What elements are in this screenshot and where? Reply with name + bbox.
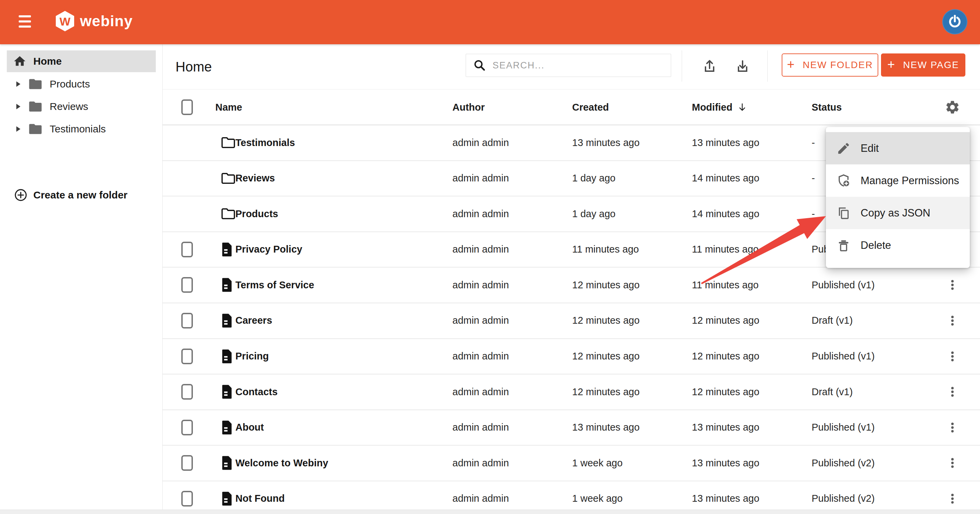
search-input[interactable] (493, 60, 656, 71)
row-name[interactable]: Welcome to Webiny (235, 445, 328, 480)
row-name[interactable]: Careers (235, 303, 272, 338)
column-header-name[interactable]: Name (215, 89, 242, 125)
row-actions-kebab-icon[interactable] (943, 268, 961, 302)
search-icon (473, 59, 487, 72)
folder-icon (28, 100, 43, 113)
select-all-checkbox[interactable] (181, 89, 193, 125)
row-actions-kebab-icon[interactable] (943, 374, 961, 409)
row-name[interactable]: Testimonials (235, 125, 295, 160)
table-row[interactable]: Careers admin admin 12 minutes ago 12 mi… (162, 303, 980, 339)
page-icon (220, 384, 234, 399)
row-type-icon (220, 161, 236, 196)
row-modified: 13 minutes ago (692, 125, 759, 160)
row-name[interactable]: Terms of Service (235, 268, 314, 302)
table-row[interactable]: About admin admin 13 minutes ago 13 minu… (162, 410, 980, 446)
row-name[interactable]: Privacy Policy (235, 232, 302, 267)
row-checkbox[interactable] (181, 242, 193, 257)
row-type-icon (220, 410, 234, 445)
row-author: admin admin (452, 125, 509, 160)
sidebar-item-testimonials[interactable]: Testimonials (7, 118, 156, 140)
table-row[interactable]: Contacts admin admin 12 minutes ago 12 m… (162, 374, 980, 410)
row-created: 1 day ago (572, 196, 615, 231)
svg-text:W: W (59, 15, 71, 28)
row-name[interactable]: Not Found (235, 481, 285, 509)
row-type-icon (220, 481, 234, 509)
row-status: - (811, 125, 815, 160)
row-type-icon (220, 339, 234, 374)
webiny-logo[interactable]: W webiny (56, 10, 133, 32)
row-modified: 11 minutes ago (692, 268, 759, 302)
row-checkbox[interactable] (181, 455, 193, 471)
row-created: 13 minutes ago (572, 125, 640, 160)
sidebar-item-home[interactable]: Home (7, 50, 156, 72)
page-icon (220, 313, 234, 328)
folder-icon (220, 207, 236, 220)
column-header-author[interactable]: Author (452, 89, 485, 125)
row-checkbox[interactable] (181, 491, 193, 506)
hamburger-menu-icon[interactable] (19, 15, 31, 29)
table-row[interactable]: Pricing admin admin 12 minutes ago 12 mi… (162, 339, 980, 375)
column-header-modified[interactable]: Modified (692, 89, 747, 125)
row-author: admin admin (452, 196, 509, 231)
column-header-created[interactable]: Created (572, 89, 609, 125)
row-name[interactable]: Products (235, 196, 278, 231)
row-actions-kebab-icon[interactable] (943, 410, 961, 445)
new-folder-button-label: NEW FOLDER (803, 59, 873, 70)
menu-item-manage-permissions[interactable]: Manage Permissions (826, 164, 970, 197)
sidebar-folder-label: Products (50, 78, 90, 90)
row-type-icon (220, 374, 234, 409)
folder-icon (220, 172, 236, 185)
menu-item-copy-as-json[interactable]: Copy as JSON (826, 197, 970, 229)
row-created: 13 minutes ago (572, 410, 640, 445)
brand-wordmark: webiny (80, 13, 133, 30)
sidebar-folder-label: Reviews (50, 101, 88, 112)
gear-icon (945, 99, 960, 115)
table-row[interactable]: Not Found admin admin 1 week ago 13 minu… (162, 481, 980, 509)
import-upload-button[interactable] (701, 57, 718, 75)
row-name[interactable]: About (235, 410, 264, 445)
sidebar-home-label: Home (33, 56, 62, 67)
row-name[interactable]: Reviews (235, 161, 275, 196)
sidebar-item-products[interactable]: Products (7, 73, 156, 95)
sidebar-item-reviews[interactable]: Reviews (7, 95, 156, 118)
row-checkbox[interactable] (181, 313, 193, 329)
divider (682, 50, 682, 82)
row-author: admin admin (452, 445, 509, 480)
plus-circle-icon (14, 188, 27, 201)
page-icon (220, 242, 234, 257)
row-author: admin admin (452, 268, 509, 302)
row-status: Draft (v1) (811, 303, 853, 338)
row-actions-kebab-icon[interactable] (943, 339, 961, 374)
new-page-button[interactable]: + NEW PAGE (881, 53, 966, 77)
chevron-right-icon[interactable] (16, 126, 21, 132)
menu-item-label: Manage Permissions (861, 175, 959, 187)
row-name[interactable]: Pricing (235, 339, 269, 374)
table-row[interactable]: Terms of Service admin admin 12 minutes … (162, 268, 980, 303)
row-actions-kebab-icon[interactable] (943, 445, 961, 480)
row-name[interactable]: Contacts (235, 374, 278, 409)
row-author: admin admin (452, 410, 509, 445)
row-checkbox[interactable] (181, 420, 193, 435)
row-created: 12 minutes ago (572, 339, 640, 374)
row-checkbox[interactable] (181, 384, 193, 400)
create-new-folder-button[interactable]: Create a new folder (7, 184, 156, 206)
row-actions-kebab-icon[interactable] (943, 481, 961, 509)
row-checkbox[interactable] (181, 348, 193, 364)
chevron-right-icon[interactable] (16, 104, 21, 109)
row-author: admin admin (452, 374, 509, 409)
row-author: admin admin (452, 481, 509, 509)
column-header-status[interactable]: Status (811, 89, 842, 125)
user-avatar[interactable] (942, 9, 967, 34)
chevron-right-icon[interactable] (16, 81, 21, 87)
row-actions-kebab-icon[interactable] (943, 303, 961, 338)
table-row[interactable]: Welcome to Webiny admin admin 1 week ago… (162, 445, 980, 481)
menu-item-delete[interactable]: Delete (826, 229, 970, 262)
main-content: Home (162, 44, 980, 514)
menu-item-edit[interactable]: Edit (826, 132, 970, 164)
row-type-icon (220, 196, 236, 231)
table-settings-button[interactable] (943, 89, 961, 125)
export-download-button[interactable] (734, 57, 751, 75)
new-folder-button[interactable]: + NEW FOLDER (782, 53, 878, 77)
row-checkbox[interactable] (181, 277, 193, 293)
menu-item-label: Copy as JSON (861, 207, 930, 219)
